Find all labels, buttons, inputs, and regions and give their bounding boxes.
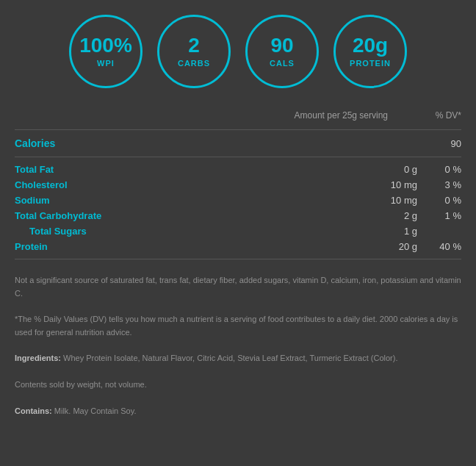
dv-total-carbohydrate: 1 %: [417, 210, 461, 221]
ingredients-label: Ingredients:: [15, 354, 61, 362]
ingredients-value: Whey Protein Isolate, Natural Flavor, Ci…: [63, 354, 397, 362]
contains-label: Contains:: [15, 406, 52, 415]
label-protein: Protein: [15, 241, 48, 252]
label-total-fat: Total Fat: [15, 164, 54, 175]
nutrition-section: Amount per 25g serving % DV* Calories 90…: [15, 110, 461, 259]
dv-cholesterol: 3 %: [417, 179, 461, 190]
row-total-sugars: Total Sugars 1 g: [15, 223, 461, 239]
amount-total-carbohydrate: 2 g: [358, 210, 417, 221]
row-cholesterol: Cholesterol 10 mg 3 %: [15, 177, 461, 193]
circle-cals-label: CALS: [270, 59, 295, 68]
values-sodium: 10 mg 0 %: [358, 195, 461, 206]
divider-top: [15, 129, 461, 130]
dv-total-fat: 0 %: [417, 164, 461, 175]
values-total-sugars: 1 g: [358, 226, 461, 237]
circle-protein-label: PROTEIN: [350, 59, 391, 68]
circle-carbs-value: 2: [188, 35, 200, 56]
divider-bottom: [15, 259, 461, 259]
row-total-carbohydrate: Total Carbohydrate 2 g 1 %: [15, 208, 461, 223]
contains-value: Milk. May Contain Soy.: [54, 406, 137, 415]
circle-carbs: 2 CARBS: [157, 15, 231, 88]
circle-carbs-label: CARBS: [178, 59, 210, 68]
dv-sodium: 0 %: [417, 195, 461, 206]
value-calories: 90: [55, 138, 461, 149]
amount-sodium: 10 mg: [358, 195, 417, 206]
label-calories: Calories: [15, 137, 55, 149]
circle-wpi-label: WPI: [97, 59, 115, 68]
circle-wpi: 100% WPI: [69, 15, 143, 88]
header-dv: % DV*: [417, 110, 461, 121]
label-total-carbohydrate: Total Carbohydrate: [15, 210, 101, 221]
divider-calories: [15, 157, 461, 157]
label-cholesterol: Cholesterol: [15, 179, 68, 190]
row-protein: Protein 20 g 40 %: [15, 239, 461, 254]
circle-wpi-value: 100%: [79, 35, 132, 56]
circle-protein: 20g PROTEIN: [333, 15, 407, 88]
row-calories: Calories 90: [15, 135, 461, 152]
values-cholesterol: 10 mg 3 %: [358, 179, 461, 190]
note-significant-source: Not a significant source of saturated fa…: [15, 274, 461, 300]
values-total-carbohydrate: 2 g 1 %: [358, 210, 461, 221]
note-contents: Contents sold by weight, not volume.: [15, 379, 461, 392]
circle-protein-value: 20g: [353, 35, 388, 56]
header-serving: Amount per 25g serving: [15, 110, 417, 121]
note-ingredients: Ingredients: Whey Protein Isolate, Natur…: [15, 352, 461, 365]
dv-protein: 40 %: [417, 241, 461, 252]
amount-cholesterol: 10 mg: [358, 179, 417, 190]
values-protein: 20 g 40 %: [358, 241, 461, 252]
note-daily-values: *The % Daily Values (DV) tells you how m…: [15, 313, 461, 339]
note-contains: Contains: Milk. May Contain Soy.: [15, 405, 461, 418]
label-sodium: Sodium: [15, 195, 50, 206]
circles-row: 100% WPI 2 CARBS 90 CALS 20g PROTEIN: [15, 15, 461, 88]
row-sodium: Sodium 10 mg 0 %: [15, 193, 461, 208]
amount-total-fat: 0 g: [358, 164, 417, 175]
values-total-fat: 0 g 0 %: [358, 164, 461, 175]
amount-protein: 20 g: [358, 241, 417, 252]
row-total-fat: Total Fat 0 g 0 %: [15, 162, 461, 177]
circle-cals-value: 90: [270, 35, 293, 56]
circle-cals: 90 CALS: [245, 15, 319, 88]
nutrition-header: Amount per 25g serving % DV*: [15, 110, 461, 123]
amount-total-sugars: 1 g: [358, 226, 417, 237]
label-total-sugars: Total Sugars: [15, 226, 87, 237]
